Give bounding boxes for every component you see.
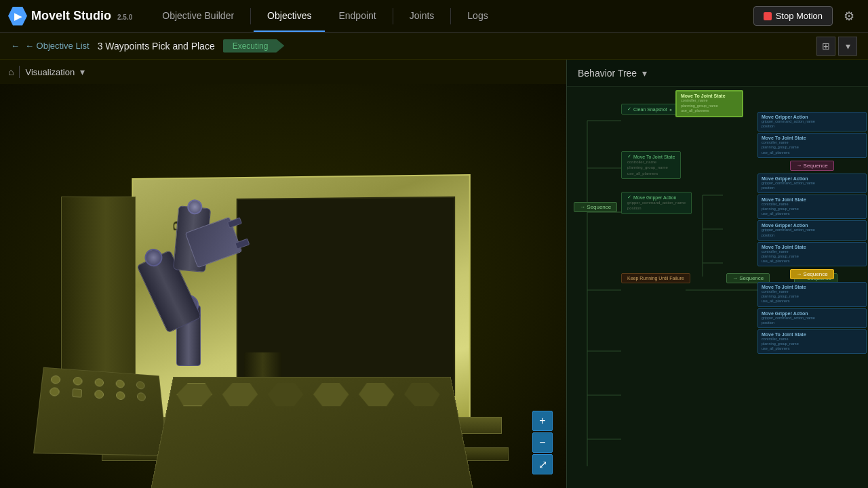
nav-item-objectives[interactable]: Objectives xyxy=(254,0,325,32)
keep-running-node[interactable]: Keep Running Until Failure xyxy=(621,273,690,283)
fit-icon: ⤢ xyxy=(538,458,547,471)
nav-item-logs[interactable]: Logs xyxy=(454,0,501,32)
node-r3-detail: gripper_command_action_name position xyxy=(762,181,863,190)
nav-item-joints[interactable]: Joints xyxy=(396,0,448,32)
hex-part xyxy=(403,383,442,406)
zoom-out-button[interactable]: − xyxy=(532,432,553,453)
nav-divider-2 xyxy=(393,8,393,24)
nav-divider xyxy=(250,8,251,24)
node-r8-detail: gripper_command_action_name position xyxy=(762,316,863,325)
back-to-list-link[interactable]: ← ← Objective List xyxy=(11,41,90,51)
pink-sequence-badge: → Sequence xyxy=(790,161,833,171)
node-move-joint-r7[interactable]: Move To Joint State controller_name plan… xyxy=(757,282,867,306)
node-r2-title: Move To Joint State xyxy=(762,136,863,140)
robot-arm-assembly xyxy=(136,203,285,386)
home-view-button[interactable]: ⌂ xyxy=(8,66,14,77)
node-r6-title: Move To Joint State xyxy=(762,245,863,249)
logo-icon: ▶ xyxy=(8,7,27,26)
zoom-controls: + − ⤢ xyxy=(532,411,553,474)
node-move-gripper-r3[interactable]: Move Gripper Action gripper_command_acti… xyxy=(757,174,867,193)
node-move-gripper-r8[interactable]: Move Gripper Action gripper_command_acti… xyxy=(757,308,867,328)
logo-text: MoveIt Studio 2.5.0 xyxy=(31,9,132,23)
move-gripper-1-details: gripper_command_action_name position xyxy=(627,200,686,211)
nav-item-endpoint[interactable]: Endpoint xyxy=(325,0,389,32)
viz-dropdown-button[interactable]: ▾ xyxy=(80,66,85,77)
zoom-in-button[interactable]: + xyxy=(532,411,553,431)
highlight-details: controller_name planning_group_name use_… xyxy=(681,98,738,114)
fit-view-button[interactable]: ⤢ xyxy=(532,454,553,474)
stop-motion-button[interactable]: Stop Motion xyxy=(753,6,833,26)
machine-cabinet: S xyxy=(61,176,502,434)
right-node-stack: Move Gripper Action gripper_command_acti… xyxy=(756,110,868,355)
move-gripper-1-node[interactable]: ✓Move Gripper Action gripper_command_act… xyxy=(621,192,692,214)
node-r6-detail: controller_name planning_group_name use_… xyxy=(762,249,863,264)
highlight-label: Move To Joint State xyxy=(681,94,738,98)
viz-toolbar: ⌂ Visualization ▾ xyxy=(0,60,566,84)
part-square xyxy=(72,388,82,397)
nav-right: Stop Motion ⚙ xyxy=(753,5,860,27)
node-r5-detail: gripper_command_action_name position xyxy=(762,228,863,237)
layout-toggle-button[interactable]: ⊞ xyxy=(816,37,835,56)
arm-joint-elbow xyxy=(142,246,165,270)
behavior-tree-panel: Behavior Tree ▾ xyxy=(566,60,868,488)
chevron-down-icon: ▾ xyxy=(80,66,85,77)
clean-snapshot-node[interactable]: ✓Clean Snapshot ● xyxy=(621,104,678,115)
node-move-joint-r6[interactable]: Move To Joint State controller_name plan… xyxy=(757,242,867,266)
viz-label: Visualization xyxy=(25,67,75,77)
move-gripper-1-block: ✓Move Gripper Action gripper_command_act… xyxy=(621,192,692,214)
top-navigation: ▶ MoveIt Studio 2.5.0 Objective Builder … xyxy=(0,0,868,33)
node-r7-title: Move To Joint State xyxy=(762,285,863,289)
gripper-finger-2 xyxy=(235,239,250,249)
part-dot xyxy=(50,375,60,384)
move-joint-1-node[interactable]: ✓Move To Joint State controller_name pla… xyxy=(621,151,681,179)
move-joint-1-details: controller_name planning_group_name use_… xyxy=(627,159,675,176)
layout-icon: ⊞ xyxy=(822,41,830,52)
visualization-panel: ⌂ Visualization ▾ S xyxy=(0,60,566,488)
hex-part xyxy=(313,383,349,406)
part-dot xyxy=(73,377,82,386)
node-move-gripper-r5[interactable]: Move Gripper Action gripper_command_acti… xyxy=(757,220,867,240)
zoom-out-icon: − xyxy=(539,436,545,449)
keep-running-label: Keep Running Until Failure xyxy=(627,276,684,281)
parts-grid xyxy=(40,368,162,409)
hex-part xyxy=(174,383,214,406)
part-dot xyxy=(137,392,146,401)
hex-part xyxy=(358,383,396,406)
node-r9-title: Move To Joint State xyxy=(762,332,863,337)
move-joint-1-block: ✓Move To Joint State controller_name pla… xyxy=(621,151,681,179)
node-r8-title: Move Gripper Action xyxy=(762,311,863,316)
node-move-gripper-r1[interactable]: Move Gripper Action gripper_command_acti… xyxy=(757,112,867,131)
part-dot xyxy=(94,390,104,399)
move-joint-1-title: ✓Move To Joint State xyxy=(627,154,675,159)
nav-divider-3 xyxy=(450,8,451,24)
node-move-joint-r2[interactable]: Move To Joint State controller_name plan… xyxy=(757,133,867,157)
keep-running-block: Keep Running Until Failure xyxy=(621,273,690,283)
app-logo: ▶ MoveIt Studio 2.5.0 xyxy=(8,7,132,26)
main-content: ⌂ Visualization ▾ S xyxy=(0,60,868,488)
stop-icon xyxy=(764,12,772,20)
hex-parts-grid xyxy=(167,378,457,412)
node-move-joint-r4[interactable]: Move To Joint State controller_name plan… xyxy=(757,195,867,219)
chevron-down-icon: ▾ xyxy=(642,68,647,79)
executing-status-badge: Executing xyxy=(223,39,285,53)
zoom-in-icon: + xyxy=(539,415,545,427)
node-r2-detail: controller_name planning_group_name use_… xyxy=(762,140,863,155)
part-dot xyxy=(116,380,125,388)
parts-tray-left xyxy=(33,367,167,456)
settings-button[interactable]: ⚙ xyxy=(838,5,860,27)
node-move-joint-r9[interactable]: Move To Joint State controller_name plan… xyxy=(757,329,867,354)
gripper-finger-1 xyxy=(227,218,242,228)
nav-item-objective-builder[interactable]: Objective Builder xyxy=(149,0,248,32)
active-seq-wrap: → Sequence xyxy=(757,269,867,279)
bt-canvas[interactable]: → Sequence ✓Clean Snapshot ● ✓Move To Jo… xyxy=(567,87,868,488)
bt-dropdown-button[interactable]: ▾ xyxy=(642,68,647,79)
sequence-label: → Sequence xyxy=(574,202,617,212)
bt-title: Behavior Tree xyxy=(578,68,637,79)
part-dot xyxy=(50,387,60,396)
layout-expand-button[interactable]: ▾ xyxy=(838,37,857,56)
highlight-node-top[interactable]: Move To Joint State controller_name plan… xyxy=(675,90,743,117)
breadcrumb-bar: ← ← Objective List 3 Waypoints Pick and … xyxy=(0,33,868,60)
node-r4-detail: controller_name planning_group_name use_… xyxy=(762,202,863,216)
gear-icon: ⚙ xyxy=(844,9,854,24)
main-nav: Objective Builder Objectives Endpoint Jo… xyxy=(149,0,753,32)
